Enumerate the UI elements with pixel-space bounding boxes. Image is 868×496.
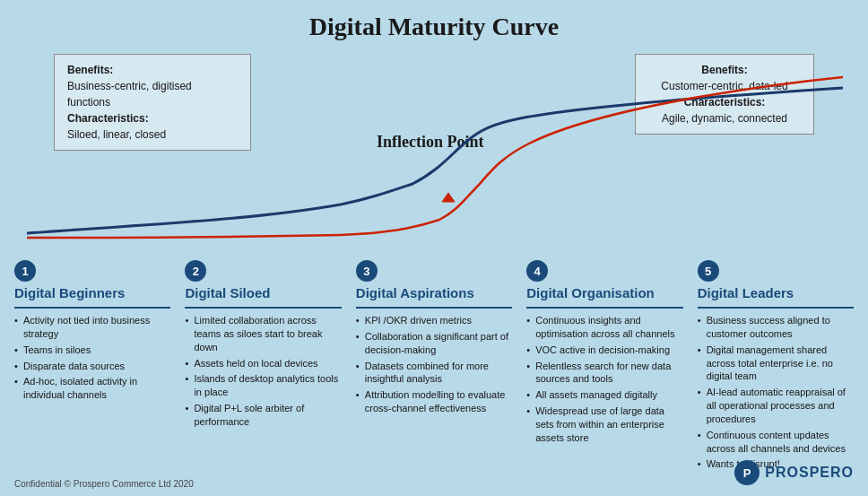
- stage-number-3: 3: [356, 260, 378, 282]
- page-title: Digital Maturity Curve: [0, 0, 868, 41]
- stage-4-item-1: Continuous insights and optimisation acr…: [526, 314, 682, 341]
- stage-list-5: Business success aligned to customer out…: [698, 314, 854, 471]
- stage-title-1: Digital Beginners: [14, 285, 170, 301]
- prospero-logo-icon: P: [733, 458, 761, 487]
- stage-number-4: 4: [526, 260, 548, 282]
- stage-5-item-2: Digital management shared across total e…: [698, 344, 854, 384]
- svg-marker-0: [442, 193, 455, 202]
- stage-3-item-4: Attribution modelling to evaluate cross-…: [356, 388, 512, 415]
- stage-number-5: 5: [698, 260, 719, 282]
- stage-5-item-3: AI-lead automatic reappraisal of all ope…: [698, 386, 854, 426]
- stage-3-item-2: Collaboration a significant part of deci…: [356, 330, 512, 357]
- stage-5: 5Digital LeadersBusiness success aligned…: [692, 260, 859, 474]
- stage-5-item-1: Business success aligned to customer out…: [698, 314, 854, 341]
- stage-title-3: Digital Aspirations: [356, 285, 512, 301]
- stage-2-item-2: Assets held on local devices: [185, 357, 341, 370]
- stage-number-2: 2: [185, 260, 206, 282]
- stage-5-item-4: Continuous content updates across all ch…: [698, 429, 854, 456]
- stage-number-1: 1: [14, 260, 36, 282]
- stage-1-item-4: Ad-hoc, isolated activity in individual …: [14, 375, 170, 402]
- stage-list-2: Limited collaboration across teams as si…: [185, 314, 341, 429]
- stage-list-3: KPI /OKR driven metricsCollaboration a s…: [356, 314, 512, 415]
- stage-1-item-3: Disparate data sources: [14, 360, 170, 373]
- stage-1: 1Digital BeginnersActivity not tied into…: [9, 260, 176, 474]
- stage-4-item-5: Widespread use of large data sets from w…: [526, 405, 682, 445]
- stage-4-item-4: All assets managed digitally: [526, 388, 682, 402]
- logo-text: PROSPERO: [765, 465, 854, 481]
- stage-2: 2Digital SiloedLimited collaboration acr…: [179, 260, 346, 474]
- stage-title-4: Digital Organisation: [526, 285, 682, 301]
- stage-3-item-1: KPI /OKR driven metrics: [356, 314, 512, 327]
- stage-title-2: Digital Siloed: [185, 285, 341, 301]
- stage-2-item-4: Digital P+L sole arbiter of performance: [185, 402, 341, 429]
- maturity-curve-chart: [0, 45, 868, 260]
- logo-area: P PROSPERO: [733, 458, 854, 487]
- stage-1-item-1: Activity not tied into business strategy: [14, 314, 170, 341]
- stage-title-5: Digital Leaders: [698, 285, 854, 301]
- stage-1-item-2: Teams in siloes: [14, 344, 170, 357]
- stage-3-item-3: Datasets combined for more insightful an…: [356, 360, 512, 387]
- stage-2-item-3: Islands of desktop analytics tools in pl…: [185, 372, 341, 399]
- svg-text:P: P: [743, 466, 751, 480]
- stage-4: 4Digital OrganisationContinuous insights…: [521, 260, 688, 474]
- stage-4-item-2: VOC active in decision-making: [526, 344, 682, 357]
- stage-list-4: Continuous insights and optimisation acr…: [526, 314, 682, 445]
- stage-4-item-3: Relentless search for new data sources a…: [526, 360, 682, 387]
- stages-row: 1Digital BeginnersActivity not tied into…: [9, 260, 859, 474]
- footer-text: Confidential © Prospero Commerce Ltd 202…: [14, 479, 194, 489]
- stage-3: 3Digital AspirationsKPI /OKR driven metr…: [351, 260, 517, 474]
- stage-list-1: Activity not tied into business strategy…: [14, 314, 170, 402]
- stage-2-item-1: Limited collaboration across teams as si…: [185, 314, 341, 354]
